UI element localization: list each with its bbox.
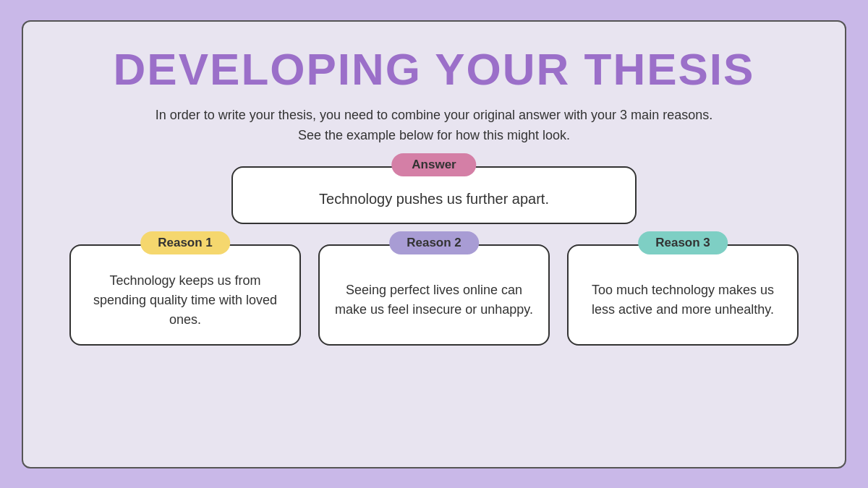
reason-3-text: Too much technology makes us less active… [583,281,783,320]
reason-2-section: Reason 2 Seeing perfect lives online can… [318,244,550,346]
answer-label: Answer [391,153,476,176]
reason-1-label: Reason 1 [140,231,230,254]
answer-section: Answer Technology pushes us further apar… [231,166,637,224]
reason-3-box: Too much technology makes us less active… [567,244,799,346]
reason-1-text: Technology keeps us from spending qualit… [85,271,285,330]
reason-1-box: Technology keeps us from spending qualit… [69,244,301,346]
reason-2-box: Seeing perfect lives online can make us … [318,244,550,346]
reason-3-label: Reason 3 [638,231,728,254]
page-title: DEVELOPING YOUR THESIS [114,43,755,95]
subtitle: In order to write your thesis, you need … [156,105,712,147]
answer-text: Technology pushes us further apart. [319,191,549,207]
reason-1-section: Reason 1 Technology keeps us from spendi… [69,244,301,346]
reason-2-label: Reason 2 [389,231,479,254]
subtitle-line1: In order to write your thesis, you need … [156,108,712,122]
reason-2-text: Seeing perfect lives online can make us … [334,281,534,320]
reason-3-section: Reason 3 Too much technology makes us le… [567,244,799,346]
reasons-row: Reason 1 Technology keeps us from spendi… [52,244,816,346]
main-container: DEVELOPING YOUR THESIS In order to write… [22,20,846,468]
subtitle-line2: See the example below for how this might… [298,128,570,142]
